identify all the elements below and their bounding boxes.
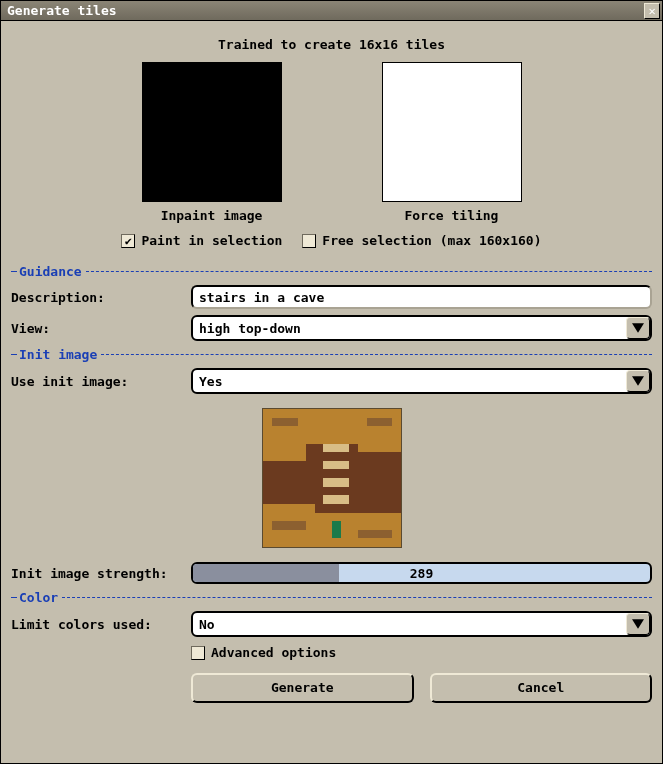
svg-rect-18: [357, 530, 392, 539]
generate-button[interactable]: Generate: [191, 673, 414, 703]
inpaint-column: Inpaint image: [142, 62, 282, 223]
view-value: high top-down: [199, 321, 301, 336]
view-select[interactable]: high top-down: [191, 315, 652, 341]
svg-rect-16: [366, 418, 392, 427]
limit-colors-select[interactable]: No: [191, 611, 652, 637]
paint-in-selection-checkbox[interactable]: ✔ Paint in selection: [121, 233, 282, 248]
use-init-row: Use init image: Yes: [11, 368, 652, 394]
chevron-down-icon: [626, 613, 650, 635]
init-image-thumbnail[interactable]: [262, 408, 402, 548]
inpaint-label: Inpaint image: [161, 208, 263, 223]
strength-slider[interactable]: 289: [191, 562, 652, 584]
description-label: Description:: [11, 290, 191, 305]
free-selection-label: Free selection (max 160x160): [322, 233, 541, 248]
force-column: Force tiling: [382, 62, 522, 223]
section-guidance: Guidance: [11, 264, 652, 279]
use-init-label: Use init image:: [11, 374, 191, 389]
selection-options: ✔ Paint in selection Free selection (max…: [11, 233, 652, 248]
button-row: Generate Cancel: [11, 673, 652, 703]
checkbox-icon: ✔: [121, 234, 135, 248]
strength-row: Init image strength: 289: [11, 562, 652, 584]
svg-rect-19: [332, 521, 341, 538]
close-button[interactable]: ✕: [644, 3, 660, 19]
titlebar: Generate tiles ✕: [1, 1, 662, 21]
section-init-image: Init image: [11, 347, 652, 362]
cancel-button[interactable]: Cancel: [430, 673, 653, 703]
svg-rect-5: [357, 409, 400, 452]
free-selection-checkbox[interactable]: Free selection (max 160x160): [302, 233, 541, 248]
window-title: Generate tiles: [7, 3, 117, 18]
dialog-content: Trained to create 16x16 tiles Inpaint im…: [1, 21, 662, 763]
trained-header: Trained to create 16x16 tiles: [11, 37, 652, 52]
limit-colors-label: Limit colors used:: [11, 617, 191, 632]
section-init-label: Init image: [19, 347, 97, 362]
limit-colors-row: Limit colors used: No: [11, 611, 652, 637]
view-row: View: high top-down: [11, 315, 652, 341]
section-guidance-label: Guidance: [19, 264, 82, 279]
svg-rect-13: [314, 444, 323, 513]
init-image-preview: [11, 408, 652, 548]
strength-label: Init image strength:: [11, 566, 191, 581]
use-init-value: Yes: [199, 374, 222, 389]
chevron-down-icon: [626, 317, 650, 339]
force-thumbnail[interactable]: [382, 62, 522, 202]
svg-rect-4: [263, 409, 306, 461]
description-row: Description:: [11, 285, 652, 309]
chevron-down-icon: [626, 370, 650, 392]
checkbox-icon: [191, 646, 205, 660]
advanced-options-label: Advanced options: [211, 645, 336, 660]
inpaint-thumbnail[interactable]: [142, 62, 282, 202]
view-label: View:: [11, 321, 191, 336]
close-icon: ✕: [648, 5, 655, 17]
dialog-window: Generate tiles ✕ Trained to create 16x16…: [0, 0, 663, 764]
svg-marker-0: [632, 323, 644, 333]
force-label: Force tiling: [405, 208, 499, 223]
advanced-options-checkbox[interactable]: Advanced options: [191, 645, 336, 660]
limit-colors-value: No: [199, 617, 215, 632]
svg-rect-15: [271, 418, 297, 427]
section-color-label: Color: [19, 590, 58, 605]
svg-rect-14: [349, 444, 358, 513]
svg-marker-20: [632, 619, 644, 629]
svg-marker-1: [632, 376, 644, 386]
paint-in-selection-label: Paint in selection: [141, 233, 282, 248]
description-input[interactable]: [191, 285, 652, 309]
section-color: Color: [11, 590, 652, 605]
checkbox-icon: [302, 234, 316, 248]
svg-rect-17: [271, 521, 306, 530]
preview-row: Inpaint image Force tiling: [11, 62, 652, 223]
strength-value: 289: [193, 564, 650, 582]
use-init-select[interactable]: Yes: [191, 368, 652, 394]
